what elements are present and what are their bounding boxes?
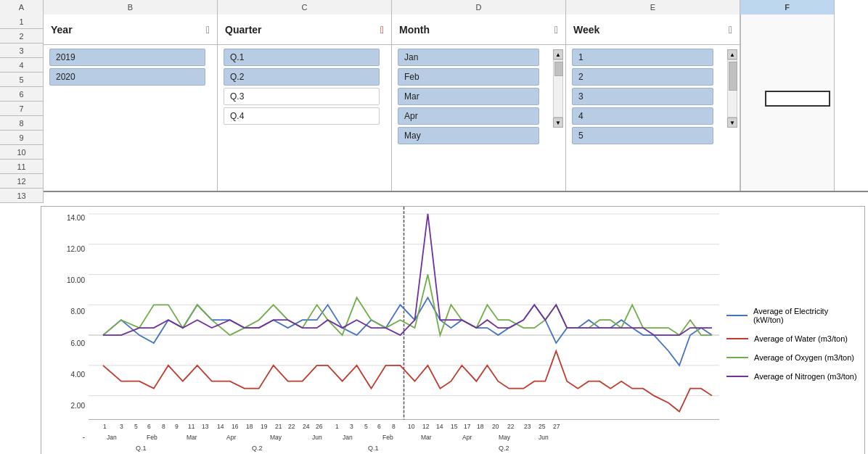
y-label-0: - (45, 433, 85, 441)
legend-nitrogen-label: Average of Nitrogen (m3/ton) (754, 372, 857, 381)
week-scroll-up[interactable]: ▲ (727, 49, 737, 59)
row-num-3: 3 (0, 44, 44, 58)
year-filter-list: 2019 2020 (44, 45, 217, 89)
f-cell-box (765, 91, 830, 107)
spreadsheet-body: 1 2 3 4 5 6 7 8 9 10 11 12 13 Year 🟴 20 (0, 15, 868, 203)
chart-area: 14.00 12.00 10.00 8.00 6.00 4.00 2.00 - (41, 206, 865, 454)
quarter-item-q4[interactable]: Q.4 (224, 107, 380, 125)
y-label-8: 8.00 (45, 308, 85, 315)
row-num-11: 11 (0, 160, 44, 174)
col-header-f: F (740, 0, 835, 15)
month-item-feb[interactable]: Feb (398, 68, 539, 86)
row-num-10: 10 (0, 145, 44, 160)
year-item-2020[interactable]: 2020 (49, 68, 205, 86)
legend-oxygen-label: Average of Oxygen (m3/ton) (754, 353, 854, 362)
month-scrollbar[interactable]: ▲ ▼ (553, 49, 563, 128)
month-item-jan[interactable]: Jan (398, 49, 539, 66)
month-scroll-down[interactable]: ▼ (553, 117, 563, 128)
year-filter-icon[interactable]: 🟴 (206, 24, 210, 36)
y-axis: 14.00 12.00 10.00 8.00 6.00 4.00 2.00 - (41, 207, 89, 454)
legend-electricity-line (726, 315, 748, 316)
row-num-5: 5 (0, 73, 44, 87)
legend-water-label: Average of Water (m3/ton) (754, 334, 848, 343)
quarter-item-q3[interactable]: Q.3 (224, 88, 380, 105)
week-filter-list: 1 2 3 4 5 (566, 45, 740, 148)
filter-area: Year 🟴 2019 2020 Quarter 🟴 Q.1 Q.2 Q.3 (44, 15, 868, 192)
column-headers: A B C D E F (0, 0, 868, 15)
week-item-1[interactable]: 1 (572, 49, 713, 66)
col-header-d: D (392, 0, 566, 15)
y-label-4: 4.00 (45, 371, 85, 379)
chart-row-nums (0, 203, 38, 454)
month-filter-column: Month 🟴 Jan Feb Mar Apr May ▲ ▼ (392, 15, 566, 191)
month-filter-label: Month (399, 24, 430, 36)
month-filter-icon[interactable]: 🟴 (554, 24, 558, 36)
row-numbers: 1 2 3 4 5 6 7 8 9 10 11 12 13 (0, 15, 44, 203)
legend-nitrogen-line (726, 376, 748, 377)
month-filter-header: Month 🟴 (392, 15, 565, 45)
f-column (740, 15, 835, 191)
legend-oxygen-line (726, 357, 748, 358)
quarter-filter-header: Quarter 🟴 (218, 15, 391, 45)
year-item-2019[interactable]: 2019 (49, 49, 205, 66)
legend-water: Average of Water (m3/ton) (726, 334, 857, 343)
chart-svg (89, 207, 719, 454)
row-num-2: 2 (0, 29, 44, 44)
quarter-filter-icon[interactable]: 🟴 (380, 24, 384, 36)
quarter-filter-list: Q.1 Q.2 Q.3 Q.4 (218, 45, 391, 128)
chart-plot-area: 1 3 5 6 8 9 11 13 14 16 18 19 (89, 207, 719, 454)
row-num-13: 13 (0, 189, 44, 203)
month-item-may[interactable]: May (398, 127, 539, 144)
row-num-8: 8 (0, 116, 44, 131)
week-scrollbar[interactable]: ▲ ▼ (727, 49, 737, 128)
week-scroll-thumb[interactable] (729, 62, 737, 91)
week-filter-column: Week 🟴 1 2 3 4 5 ▲ ▼ (566, 15, 740, 191)
y-label-14: 14.00 (45, 214, 85, 222)
quarter-filter-column: Quarter 🟴 Q.1 Q.2 Q.3 Q.4 (218, 15, 392, 191)
row-num-12: 12 (0, 174, 44, 189)
month-item-mar[interactable]: Mar (398, 88, 539, 105)
month-scroll-up[interactable]: ▲ (553, 49, 563, 59)
week-item-5[interactable]: 5 (572, 127, 713, 144)
col-header-e: E (566, 0, 740, 15)
col-header-b: B (44, 0, 218, 15)
year-filter-column: Year 🟴 2019 2020 (44, 15, 218, 191)
week-item-2[interactable]: 2 (572, 68, 713, 86)
y-label-10: 10.00 (45, 276, 85, 284)
y-label-2: 2.00 (45, 402, 85, 410)
row-num-9: 9 (0, 131, 44, 145)
year-filter-label: Year (51, 24, 73, 36)
year-filter-header: Year 🟴 (44, 15, 217, 45)
week-item-3[interactable]: 3 (572, 88, 713, 105)
x-axis: 1 3 5 6 8 9 11 13 14 16 18 19 (89, 423, 719, 454)
legend-oxygen: Average of Oxygen (m3/ton) (726, 353, 857, 362)
month-scroll-track[interactable] (553, 59, 563, 117)
row-num-6: 6 (0, 87, 44, 102)
row-num-4: 4 (0, 58, 44, 73)
month-scroll-thumb[interactable] (554, 62, 563, 76)
col-header-a: A (0, 0, 44, 15)
row-num-1: 1 (0, 15, 44, 29)
legend-electricity: Average of Electricity (kW/ton) (726, 307, 857, 324)
week-scroll-down[interactable]: ▼ (727, 117, 737, 128)
week-filter-icon[interactable]: 🟴 (729, 24, 732, 36)
legend-nitrogen: Average of Nitrogen (m3/ton) (726, 372, 857, 381)
spreadsheet: A B C D E F 1 2 3 4 5 6 7 8 9 10 11 12 1… (0, 0, 868, 454)
quarter-item-q2[interactable]: Q.2 (224, 68, 380, 86)
month-item-apr[interactable]: Apr (398, 107, 539, 125)
y-label-6: 6.00 (45, 339, 85, 347)
quarter-filter-label: Quarter (225, 24, 262, 36)
chart-legend: Average of Electricity (kW/ton) Average … (719, 207, 864, 454)
col-header-c: C (218, 0, 392, 15)
week-filter-label: Week (573, 24, 599, 36)
y-label-12: 12.00 (45, 245, 85, 253)
chart-section: 14.00 12.00 10.00 8.00 6.00 4.00 2.00 - (0, 203, 868, 454)
week-scroll-track[interactable] (727, 59, 737, 117)
row-num-7: 7 (0, 102, 44, 116)
week-item-4[interactable]: 4 (572, 107, 713, 125)
week-filter-header: Week 🟴 (566, 15, 740, 45)
legend-water-line (726, 338, 748, 339)
quarter-item-q1[interactable]: Q.1 (224, 49, 380, 66)
month-filter-list: Jan Feb Mar Apr May (392, 45, 565, 148)
legend-electricity-label: Average of Electricity (kW/ton) (753, 307, 857, 324)
